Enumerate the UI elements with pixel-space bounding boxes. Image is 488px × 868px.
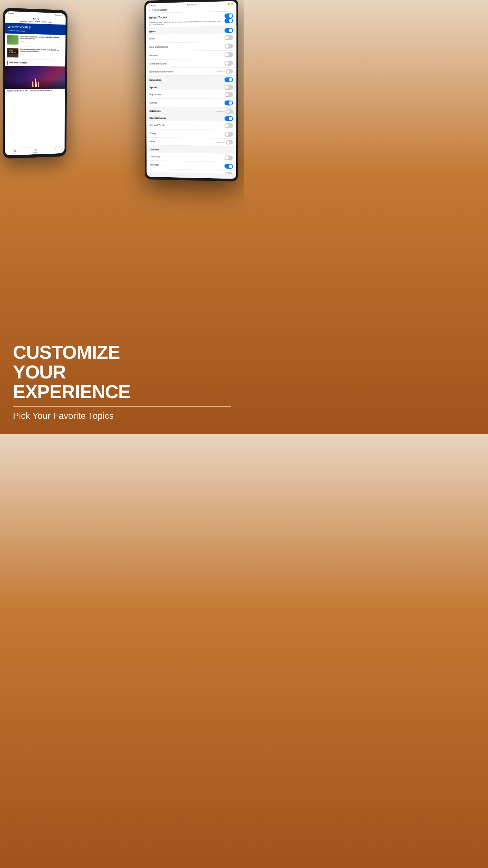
topic-row-state-regional[interactable]: State and Regional xyxy=(146,42,236,51)
editorials-toggle[interactable] xyxy=(224,164,233,169)
local-label: Local xyxy=(149,37,154,40)
news-title: News xyxy=(149,30,156,33)
nav-headlines[interactable]: HEADLINES xyxy=(20,20,27,22)
college-label: College xyxy=(150,102,157,104)
topic-row-dining[interactable]: Dining xyxy=(147,129,236,139)
right-date: Tue Sep 10 xyxy=(187,4,197,6)
toggle-knob xyxy=(225,53,229,57)
pick-topics-tagline: Pick Your Favorite Topics xyxy=(13,411,231,421)
left-device-screen: 9:41 AM Tue Sep 10 JG•TC HEADLINES LOCAL… xyxy=(5,11,66,155)
nav-opinion[interactable]: OPINION xyxy=(42,21,47,23)
toggle-knob xyxy=(229,165,232,168)
topic-row-gov-politics[interactable]: Government and Politics Select All xyxy=(146,67,236,75)
right-battery: 📶 🔋 xyxy=(228,3,233,5)
toggle-knob xyxy=(225,44,229,48)
business-section-header: Business Select All xyxy=(146,107,236,114)
left-time: 9:41 AM xyxy=(8,12,14,14)
personalize-toggle[interactable] xyxy=(225,18,233,23)
bottom-text-section: CUSTOMIZE YOUR EXPERIENCE Pick Your Favo… xyxy=(13,343,231,421)
article-2-text: Police investigating attack in local par… xyxy=(20,49,63,56)
gov-politics-label: Government and Politics xyxy=(150,71,174,73)
personalize-text: Personalize your experience with the new… xyxy=(149,20,222,26)
customize-line3: EXPERIENCE xyxy=(13,381,130,402)
left-article-2[interactable]: CRIME SCENE DO Police investigating atta… xyxy=(5,46,65,60)
article-2-time: 2h ago xyxy=(20,53,63,56)
nav-local[interactable]: LOCAL xyxy=(29,21,33,23)
business-toggle[interactable] xyxy=(226,110,233,114)
toggle-knob xyxy=(226,70,229,73)
customize-heading: CUSTOMIZE YOUR EXPERIENCE xyxy=(13,343,231,402)
education-toggle[interactable] xyxy=(225,78,233,82)
topic-row-crime[interactable]: Crime and Courts xyxy=(146,59,236,68)
topics-list[interactable]: News Local State and Regional National xyxy=(146,26,236,174)
topic-row-national[interactable]: National xyxy=(146,51,236,60)
your-stories-link[interactable]: < Your Stories xyxy=(152,8,167,11)
opinion-title: Opinion xyxy=(150,148,159,151)
article-1-text: Three new construction projects will clo… xyxy=(20,35,64,43)
columnists-label: Columnists xyxy=(150,155,161,158)
state-regional-label: State and Regional xyxy=(149,46,168,49)
right-time: 9:41 AM xyxy=(149,4,156,6)
gov-toggle[interactable] xyxy=(226,69,233,73)
ballet-figures xyxy=(32,78,39,87)
nav-national[interactable]: NATL xyxy=(49,21,52,23)
divider-line xyxy=(13,406,231,407)
news-toggle[interactable] xyxy=(225,28,233,33)
columnists-toggle[interactable] xyxy=(224,155,233,160)
toggle-knob xyxy=(229,101,232,105)
dining-label: Dining xyxy=(150,132,156,134)
article-2-image: CRIME SCENE DO xyxy=(7,48,19,58)
crime-toggle[interactable] xyxy=(225,61,233,66)
eedition-icon: 📰 xyxy=(34,149,37,151)
select-topics-master-toggle[interactable] xyxy=(225,13,233,19)
left-hero: WHERE YOUR S Five news stories curate xyxy=(5,23,66,35)
eedition-label: E-edition xyxy=(34,152,38,153)
ballet-review-text: REVIEW: Part ballet, part musi... fun is… xyxy=(5,89,65,94)
arts-section-title: Arts and Theater xyxy=(9,61,27,64)
toggle-knob xyxy=(225,36,229,39)
toggle-knob xyxy=(225,86,229,89)
bottom-nav-home[interactable]: 🏠 Home xyxy=(13,149,17,154)
arts-theatre-toggle[interactable] xyxy=(225,123,233,128)
customize-line2: YOUR xyxy=(13,361,66,382)
business-title: Business xyxy=(150,110,161,113)
high-school-label: High School xyxy=(150,93,161,96)
customize-line1: CUSTOMIZE xyxy=(13,342,120,363)
topic-row-local[interactable]: Local xyxy=(146,34,236,43)
toggle-knob xyxy=(229,78,232,82)
education-title: Education xyxy=(150,79,162,82)
article-1-headline: Three new construction projects will clo… xyxy=(20,35,64,41)
topic-row-high-school[interactable]: High School xyxy=(146,90,236,99)
left-device: 9:41 AM Tue Sep 10 JG•TC HEADLINES LOCAL… xyxy=(3,8,67,159)
topic-row-arts-theatre[interactable]: Arts and Theatre xyxy=(147,121,236,130)
college-toggle[interactable] xyxy=(225,101,233,105)
letters-toggle[interactable] xyxy=(224,172,233,174)
entertainment-toggle[interactable] xyxy=(225,116,233,121)
toggle-knob xyxy=(229,29,232,32)
ballet-image xyxy=(5,66,65,89)
national-toggle[interactable] xyxy=(225,52,233,57)
local-toggle[interactable] xyxy=(225,35,233,40)
high-school-toggle[interactable] xyxy=(225,92,233,97)
article-2-headline: Police investigating attack in local par… xyxy=(20,49,63,53)
bottom-nav-eedition[interactable]: 📰 E-edition xyxy=(34,149,38,153)
dining-toggle[interactable] xyxy=(225,132,233,136)
nav-sports[interactable]: SPORTS xyxy=(35,21,40,23)
personalize-row: Personalize your experience with the new… xyxy=(149,20,233,26)
left-article-1[interactable]: Three new construction projects will clo… xyxy=(5,33,65,48)
section-bar xyxy=(7,61,8,65)
sports-header-toggle[interactable] xyxy=(225,85,233,90)
music-label: Music xyxy=(150,140,156,143)
left-date: Tue Sep 10 xyxy=(55,14,63,16)
arts-section-header: Arts and Theater xyxy=(5,59,65,66)
right-device: 9:41 AM Tue Sep 10 📶 🔋 ‹ < Your Stories … xyxy=(144,0,238,182)
entertainment-title: Entertainment xyxy=(150,117,166,120)
music-toggle[interactable] xyxy=(226,140,233,144)
bottom-nav-favorite[interactable]: ♡ xyxy=(54,148,57,152)
sports-title: Sports xyxy=(150,86,158,89)
back-arrow-icon[interactable]: ‹ xyxy=(149,9,150,11)
topic-row-college[interactable]: College xyxy=(146,99,236,107)
state-regional-toggle[interactable] xyxy=(225,43,233,49)
letters-label: Letters xyxy=(150,172,157,174)
editorials-label: Editorials xyxy=(150,164,159,166)
